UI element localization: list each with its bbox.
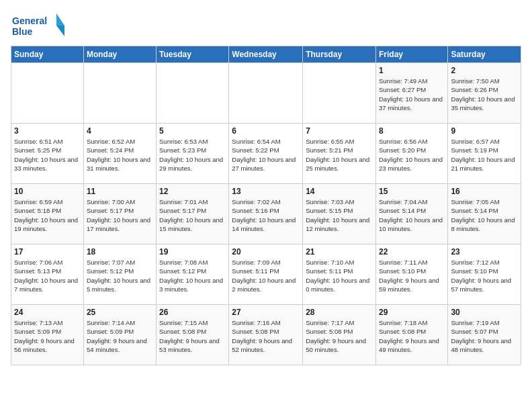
day-number: 27 — [232, 308, 300, 317]
day-number: 29 — [379, 308, 445, 317]
day-number: 14 — [306, 187, 373, 196]
day-number: 4 — [87, 126, 153, 136]
calendar-cell: 22Sunrise: 7:11 AM Sunset: 5:10 PM Dayli… — [375, 244, 447, 305]
calendar-cell: 20Sunrise: 7:09 AM Sunset: 5:11 PM Dayli… — [229, 244, 303, 305]
day-number: 22 — [379, 247, 445, 257]
day-info: Sunrise: 7:00 AM Sunset: 5:17 PM Dayligh… — [87, 197, 153, 233]
calendar-cell: 27Sunrise: 7:16 AM Sunset: 5:08 PM Dayli… — [229, 305, 303, 365]
day-number: 11 — [87, 187, 153, 196]
calendar-cell: 9Sunrise: 6:57 AM Sunset: 5:19 PM Daylig… — [448, 124, 521, 184]
calendar-cell: 14Sunrise: 7:03 AM Sunset: 5:15 PM Dayli… — [303, 184, 376, 244]
svg-text:General: General — [12, 15, 47, 26]
day-header-tuesday: Tuesday — [157, 46, 229, 63]
calendar-week-1: 3Sunrise: 6:51 AM Sunset: 5:25 PM Daylig… — [11, 124, 521, 184]
calendar-cell: 23Sunrise: 7:12 AM Sunset: 5:10 PM Dayli… — [448, 244, 521, 305]
day-info: Sunrise: 7:13 AM Sunset: 5:09 PM Dayligh… — [14, 318, 81, 354]
day-info: Sunrise: 6:56 AM Sunset: 5:20 PM Dayligh… — [379, 137, 445, 173]
day-info: Sunrise: 7:17 AM Sunset: 5:08 PM Dayligh… — [306, 318, 373, 354]
day-info: Sunrise: 7:08 AM Sunset: 5:12 PM Dayligh… — [159, 258, 226, 293]
day-info: Sunrise: 7:03 AM Sunset: 5:15 PM Dayligh… — [306, 197, 373, 233]
day-header-wednesday: Wednesday — [229, 46, 303, 63]
calendar: SundayMondayTuesdayWednesdayThursdayFrid… — [11, 46, 521, 365]
calendar-cell: 30Sunrise: 7:19 AM Sunset: 5:07 PM Dayli… — [448, 305, 521, 365]
day-info: Sunrise: 7:07 AM Sunset: 5:12 PM Dayligh… — [87, 258, 153, 293]
day-info: Sunrise: 7:04 AM Sunset: 5:14 PM Dayligh… — [379, 197, 445, 233]
calendar-header: SundayMondayTuesdayWednesdayThursdayFrid… — [11, 46, 521, 63]
calendar-cell: 5Sunrise: 6:53 AM Sunset: 5:23 PM Daylig… — [157, 124, 229, 184]
calendar-cell: 15Sunrise: 7:04 AM Sunset: 5:14 PM Dayli… — [375, 184, 447, 244]
day-number: 18 — [87, 247, 153, 257]
day-number: 30 — [451, 308, 518, 317]
day-info: Sunrise: 6:57 AM Sunset: 5:19 PM Dayligh… — [451, 137, 518, 173]
calendar-week-3: 17Sunrise: 7:06 AM Sunset: 5:13 PM Dayli… — [11, 244, 521, 305]
day-number: 26 — [159, 308, 226, 317]
day-info: Sunrise: 7:11 AM Sunset: 5:10 PM Dayligh… — [379, 258, 445, 293]
header: General Blue — [11, 11, 521, 40]
day-number: 21 — [306, 247, 373, 257]
day-info: Sunrise: 6:52 AM Sunset: 5:24 PM Dayligh… — [87, 137, 153, 173]
day-info: Sunrise: 7:15 AM Sunset: 5:08 PM Dayligh… — [159, 318, 226, 354]
day-info: Sunrise: 7:16 AM Sunset: 5:08 PM Dayligh… — [232, 318, 300, 354]
calendar-week-2: 10Sunrise: 6:59 AM Sunset: 5:18 PM Dayli… — [11, 184, 521, 244]
day-info: Sunrise: 7:01 AM Sunset: 5:17 PM Dayligh… — [159, 197, 226, 233]
day-number: 3 — [14, 126, 81, 136]
calendar-cell: 24Sunrise: 7:13 AM Sunset: 5:09 PM Dayli… — [11, 305, 84, 365]
svg-marker-3 — [56, 26, 64, 36]
day-info: Sunrise: 7:06 AM Sunset: 5:13 PM Dayligh… — [14, 258, 81, 293]
day-number: 12 — [159, 187, 226, 196]
calendar-cell: 29Sunrise: 7:18 AM Sunset: 5:08 PM Dayli… — [375, 305, 447, 365]
calendar-cell: 10Sunrise: 6:59 AM Sunset: 5:18 PM Dayli… — [11, 184, 84, 244]
day-info: Sunrise: 6:55 AM Sunset: 5:21 PM Dayligh… — [306, 137, 373, 173]
day-number: 7 — [306, 126, 373, 136]
calendar-cell: 3Sunrise: 6:51 AM Sunset: 5:25 PM Daylig… — [11, 124, 84, 184]
calendar-cell: 6Sunrise: 6:54 AM Sunset: 5:22 PM Daylig… — [229, 124, 303, 184]
day-info: Sunrise: 7:12 AM Sunset: 5:10 PM Dayligh… — [451, 258, 518, 293]
day-number: 2 — [451, 66, 518, 75]
calendar-week-0: 1Sunrise: 7:49 AM Sunset: 6:27 PM Daylig… — [11, 63, 521, 124]
calendar-cell: 4Sunrise: 6:52 AM Sunset: 5:24 PM Daylig… — [83, 124, 156, 184]
day-number: 9 — [451, 126, 518, 136]
day-info: Sunrise: 7:02 AM Sunset: 5:16 PM Dayligh… — [232, 197, 300, 233]
calendar-cell — [303, 63, 376, 124]
calendar-cell: 28Sunrise: 7:17 AM Sunset: 5:08 PM Dayli… — [303, 305, 376, 365]
day-info: Sunrise: 6:59 AM Sunset: 5:18 PM Dayligh… — [14, 197, 81, 233]
day-info: Sunrise: 7:19 AM Sunset: 5:07 PM Dayligh… — [451, 318, 518, 354]
calendar-week-4: 24Sunrise: 7:13 AM Sunset: 5:09 PM Dayli… — [11, 305, 521, 365]
day-info: Sunrise: 7:50 AM Sunset: 6:26 PM Dayligh… — [451, 77, 518, 112]
calendar-cell: 25Sunrise: 7:14 AM Sunset: 5:09 PM Dayli… — [83, 305, 156, 365]
day-info: Sunrise: 7:10 AM Sunset: 5:11 PM Dayligh… — [306, 258, 373, 293]
calendar-cell: 12Sunrise: 7:01 AM Sunset: 5:17 PM Dayli… — [157, 184, 229, 244]
day-number: 20 — [232, 247, 300, 257]
day-info: Sunrise: 7:09 AM Sunset: 5:11 PM Dayligh… — [232, 258, 300, 293]
svg-marker-2 — [56, 13, 64, 26]
calendar-cell — [157, 63, 229, 124]
calendar-cell: 26Sunrise: 7:15 AM Sunset: 5:08 PM Dayli… — [157, 305, 229, 365]
day-header-friday: Friday — [375, 46, 447, 63]
day-number: 5 — [159, 126, 226, 136]
calendar-cell: 11Sunrise: 7:00 AM Sunset: 5:17 PM Dayli… — [83, 184, 156, 244]
calendar-cell: 21Sunrise: 7:10 AM Sunset: 5:11 PM Dayli… — [303, 244, 376, 305]
day-number: 16 — [451, 187, 518, 196]
day-number: 1 — [379, 66, 445, 75]
day-header-saturday: Saturday — [448, 46, 521, 63]
calendar-cell: 8Sunrise: 6:56 AM Sunset: 5:20 PM Daylig… — [375, 124, 447, 184]
calendar-cell: 17Sunrise: 7:06 AM Sunset: 5:13 PM Dayli… — [11, 244, 84, 305]
day-number: 13 — [232, 187, 300, 196]
day-number: 15 — [379, 187, 445, 196]
day-info: Sunrise: 6:53 AM Sunset: 5:23 PM Dayligh… — [159, 137, 226, 173]
svg-text:Blue: Blue — [12, 26, 33, 37]
day-number: 28 — [306, 308, 373, 317]
day-number: 17 — [14, 247, 81, 257]
day-number: 23 — [451, 247, 518, 257]
calendar-cell — [229, 63, 303, 124]
day-number: 10 — [14, 187, 81, 196]
day-info: Sunrise: 7:05 AM Sunset: 5:14 PM Dayligh… — [451, 197, 518, 233]
calendar-cell: 2Sunrise: 7:50 AM Sunset: 6:26 PM Daylig… — [448, 63, 521, 124]
day-info: Sunrise: 6:51 AM Sunset: 5:25 PM Dayligh… — [14, 137, 81, 173]
calendar-cell: 13Sunrise: 7:02 AM Sunset: 5:16 PM Dayli… — [229, 184, 303, 244]
calendar-cell: 19Sunrise: 7:08 AM Sunset: 5:12 PM Dayli… — [157, 244, 229, 305]
logo-svg: General Blue — [11, 11, 64, 40]
day-info: Sunrise: 6:54 AM Sunset: 5:22 PM Dayligh… — [232, 137, 300, 173]
day-header-monday: Monday — [83, 46, 156, 63]
calendar-cell: 7Sunrise: 6:55 AM Sunset: 5:21 PM Daylig… — [303, 124, 376, 184]
